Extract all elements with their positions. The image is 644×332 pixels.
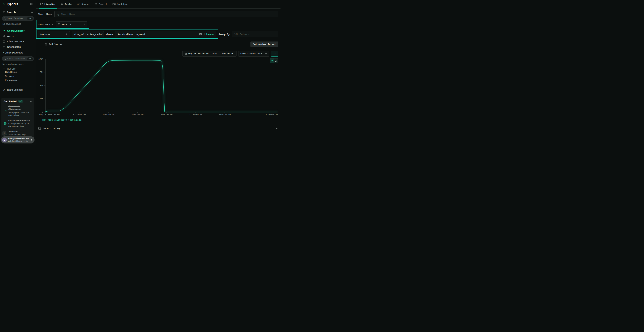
where-label: Where xyxy=(106,33,113,36)
tab-table[interactable]: Table xyxy=(58,0,74,8)
chevron-down-icon xyxy=(265,52,267,55)
hyperdx-logo-icon xyxy=(2,3,5,6)
data-source-select[interactable]: Metrics xyxy=(56,22,87,27)
bar-view-button[interactable] xyxy=(274,58,278,63)
get-started-item-desc: Configure where your data comes from xyxy=(8,122,32,128)
chart-x-axis: May 26 9:00:00 AM12:30:00 PM3:30:00 PM6:… xyxy=(44,114,278,116)
preset-item-clickhouse[interactable]: ClickHouse xyxy=(0,70,36,74)
get-started-card: Get Started 3/3 Connect to ClickHouse Se… xyxy=(2,98,34,141)
brand[interactable]: HyperDX xyxy=(2,2,18,6)
chart-legend[interactable]: max(visa_validation_cache.size) xyxy=(38,118,278,121)
x-tick-label: 3:30:00 AM xyxy=(219,114,230,116)
granularity-select[interactable]: Auto Granularity xyxy=(238,50,269,56)
chevron-up-down-icon xyxy=(66,33,68,35)
help-button[interactable]: ? xyxy=(2,131,6,136)
run-query-button[interactable] xyxy=(271,50,278,56)
get-started-title: Get Started xyxy=(4,100,17,103)
chart-display-toggle xyxy=(270,58,278,63)
x-tick-label: 3:30:00 PM xyxy=(102,114,114,116)
get-started-header[interactable]: Get Started 3/3 xyxy=(4,100,32,103)
tab-label: Line/Bar xyxy=(44,3,56,6)
chart-y-axis: 025K50K75K100K xyxy=(38,58,44,113)
chart-name-input[interactable] xyxy=(54,11,278,17)
chart-controls-row: May 26 09:29:19 - May 27 09:29:19 Auto G… xyxy=(38,50,278,56)
where-input[interactable]: ServiceName: payment SQL | Lucene xyxy=(115,31,216,37)
sidebar-nav: Chart Explorer Alerts Client Sessions Da… xyxy=(0,28,36,50)
group-by-label: Group By xyxy=(218,33,230,36)
aggregation-value: Maximum xyxy=(40,33,50,36)
metric-name: visa_validation_cach xyxy=(74,33,101,36)
saved-dashboards-input[interactable]: Saved Dashboards ⌘K xyxy=(2,56,34,61)
shortcut-badge: ⌘K xyxy=(27,17,33,20)
sidebar-item-alerts[interactable]: Alerts xyxy=(0,34,36,39)
data-source-row: Data Source Metrics xyxy=(38,22,278,27)
x-tick-label: 9:30:00 PM xyxy=(161,114,172,116)
dashboards-grid-icon xyxy=(2,46,5,48)
sidebar-section-search[interactable]: Search xyxy=(0,11,36,14)
y-tick-label: 25K xyxy=(40,98,43,100)
group-by-input[interactable] xyxy=(232,31,278,37)
actions-row: Add Series Set number format xyxy=(38,42,278,47)
preset-item-services[interactable]: Services xyxy=(0,74,36,78)
aggregation-select[interactable]: Maximum xyxy=(38,31,70,37)
line-view-button[interactable] xyxy=(270,58,274,63)
saved-searches-input[interactable]: Saved Searches ⌘K xyxy=(2,16,34,21)
preset-item-kubernetes[interactable]: Kubernetes xyxy=(0,78,36,82)
sidebar-item-client-sessions[interactable]: Client Sessions xyxy=(0,39,36,44)
close-icon[interactable] xyxy=(101,33,103,35)
get-started-item[interactable]: Create Data Sources Configure where your… xyxy=(4,119,32,128)
y-tick-label: 50K xyxy=(40,84,43,86)
chevron-down-icon xyxy=(3,68,5,70)
x-tick-label: 9:00:00 AM xyxy=(266,114,278,116)
collapse-sidebar-icon[interactable] xyxy=(30,3,33,6)
shortcut-badge: ⌘K xyxy=(27,58,33,60)
presets-header[interactable]: PRESETS xyxy=(3,68,33,70)
no-saved-searches-text: No saved searches xyxy=(2,23,33,25)
date-range-picker[interactable]: May 26 09:29:19 - May 27 09:29:19 xyxy=(182,50,236,56)
y-tick-label: 75K xyxy=(40,71,43,73)
y-tick-label: 100K xyxy=(38,58,43,60)
brand-name: HyperDX xyxy=(7,2,18,6)
laptop-icon xyxy=(2,40,5,43)
sidebar-item-team-settings[interactable]: ⚙ Team Settings xyxy=(0,87,36,93)
chart-plot-area[interactable]: May 26 9:00:00 AM12:30:00 PM3:30:00 PM6:… xyxy=(44,58,278,116)
saved-searches-placeholder: Saved Searches xyxy=(7,17,23,20)
sidebar-item-chart-explorer[interactable]: Chart Explorer xyxy=(0,28,36,34)
tab-number[interactable]: 123 Number xyxy=(74,0,92,8)
database-icon xyxy=(58,23,60,26)
markdown-icon xyxy=(112,3,116,6)
add-series-button[interactable]: Add Series xyxy=(45,43,62,46)
y-tick-label: 0 xyxy=(42,111,43,113)
sidebar-item-label: Chart Explorer xyxy=(7,29,24,32)
search-section-icon xyxy=(2,11,5,14)
chart-type-tabbar: Line/Bar Table 123 Number Search xyxy=(36,0,280,8)
sql-toggle[interactable]: SQL xyxy=(198,33,202,36)
plus-circle-icon xyxy=(45,43,48,46)
sidebar-item-dashboards[interactable]: Dashboards xyxy=(0,44,36,50)
check-circle-icon xyxy=(4,119,6,128)
chart-name-label: Chart Name xyxy=(38,13,52,16)
sidebar-item-label: Client Sessions xyxy=(7,40,24,43)
tab-markdown[interactable]: Markdown xyxy=(110,0,130,8)
search-icon xyxy=(4,17,6,20)
metric-field[interactable]: visa_validation_cach xyxy=(72,31,104,37)
lucene-toggle[interactable]: Lucene xyxy=(206,33,214,36)
presets-header-label: PRESETS xyxy=(6,68,16,70)
legend-label: max(visa_validation_cache.size) xyxy=(42,118,82,121)
chevron-right-icon xyxy=(30,139,33,141)
chart: 025K50K75K100K May 26 9:00:00 AM12:30:00… xyxy=(38,58,278,116)
tab-line-bar[interactable]: Line/Bar xyxy=(38,0,58,8)
tab-search[interactable]: Search xyxy=(93,0,110,8)
generated-sql-toggle[interactable]: Generated SQL xyxy=(38,125,278,132)
chevron-up-icon[interactable] xyxy=(30,100,32,102)
chevron-up-icon[interactable] xyxy=(31,46,33,48)
x-tick-label: 12:30:00 AM xyxy=(189,114,202,116)
query-language-toggle: SQL | Lucene xyxy=(198,33,214,36)
table-icon xyxy=(61,3,63,6)
set-number-format-button[interactable]: Set number format xyxy=(250,42,278,47)
generated-sql-label: Generated SQL xyxy=(43,127,61,130)
chevron-up-icon[interactable] xyxy=(31,11,33,14)
get-started-item[interactable]: Connect to ClickHouse Set up your databa… xyxy=(4,105,32,117)
create-dashboard-button[interactable]: + Create Dashboard xyxy=(0,50,36,54)
user-menu[interactable]: D dale@clickhouse.com dale@clickhouse.co… xyxy=(1,136,34,144)
